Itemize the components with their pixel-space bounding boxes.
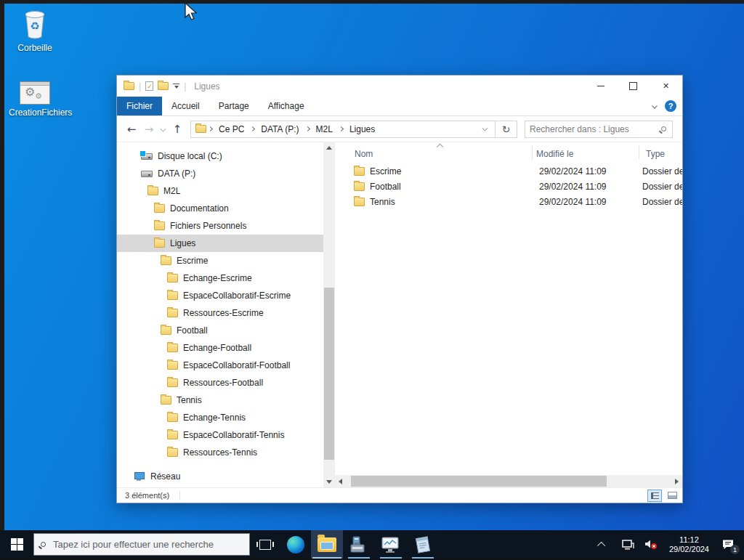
taskbar-app-system-monitor[interactable]: [375, 530, 407, 559]
taskbar-app-file-explorer[interactable]: [311, 530, 343, 559]
tree-item-fichiers-personnels[interactable]: Fichiers Personnels: [117, 217, 323, 235]
navigation-tree: Disque local (C:)DATA (P:)M2LDocumentati…: [117, 142, 323, 487]
address-dropdown-icon[interactable]: [482, 126, 488, 131]
tree-item-label: Documentation: [170, 203, 229, 214]
task-view-button[interactable]: [250, 530, 280, 559]
tree-item-label: Tennis: [177, 395, 202, 405]
horizontal-scrollbar[interactable]: [335, 475, 682, 487]
close-button[interactable]: [650, 76, 682, 97]
properties-icon[interactable]: [145, 81, 153, 91]
scroll-down-icon[interactable]: [323, 476, 335, 487]
recent-locations-icon[interactable]: [161, 126, 166, 132]
desktop-icon-creationfichiers[interactable]: ⚙ ⚙ CreationFichiers: [9, 77, 61, 118]
breadcrumb-segment-m2l[interactable]: M2L: [312, 124, 337, 134]
scrollbar-thumb[interactable]: [324, 288, 334, 460]
expand-ribbon-icon[interactable]: [652, 103, 658, 109]
taskbar-clock[interactable]: 11:12 29/02/2024: [663, 535, 715, 554]
file-row-tennis[interactable]: Tennis29/02/2024 11:09Dossier de fichier…: [335, 194, 682, 209]
folder-icon: [161, 396, 171, 405]
tree-item-documentation[interactable]: Documentation: [117, 200, 323, 217]
column-header-nom[interactable]: Nom: [355, 149, 373, 159]
up-button[interactable]: ↑: [170, 123, 185, 136]
windows-logo-icon: [11, 538, 23, 551]
tree-item-tennis[interactable]: Tennis: [117, 391, 323, 409]
breadcrumb-chevron-icon[interactable]: [305, 126, 310, 131]
breadcrumb-segment-data-p[interactable]: DATA (P:): [256, 124, 303, 134]
taskbar-search-input[interactable]: [53, 539, 243, 550]
refresh-button[interactable]: ↻: [496, 121, 517, 138]
screen-edge-left: [0, 0, 4, 530]
back-button[interactable]: ←: [124, 123, 139, 136]
scroll-left-icon[interactable]: [335, 475, 346, 487]
sort-ascending-icon: [437, 144, 444, 151]
help-icon[interactable]: ?: [665, 100, 676, 112]
file-row-escrime[interactable]: Escrime29/02/2024 11:09Dossier de fichie…: [335, 163, 682, 179]
start-button[interactable]: [0, 530, 33, 559]
tree-item-disque-local-c[interactable]: Disque local (C:): [117, 147, 323, 165]
customize-qat-arrow-icon[interactable]: [173, 84, 179, 89]
tree-item-label: EspaceCollaboratif-Tennis: [183, 430, 284, 440]
breadcrumb-segment-ce-pc[interactable]: Ce PC: [214, 124, 248, 134]
desktop-icon-corbeille[interactable]: ♻ Corbeille: [9, 7, 61, 53]
forward-button[interactable]: →: [142, 123, 156, 136]
system-tray: 11:12 29/02/2024 1: [589, 530, 744, 559]
tree-item-escrime[interactable]: Escrime: [117, 252, 323, 269]
tree-item-echange-football[interactable]: Echange-Football: [117, 339, 323, 357]
hidden-icons-button[interactable]: [589, 530, 616, 559]
tree-item-label: EspaceCollaboratif-Football: [183, 360, 290, 370]
thumbnails-view-button[interactable]: [665, 490, 679, 502]
breadcrumb: Ce PCDATA (P:)M2LLigues: [208, 124, 480, 134]
search-input[interactable]: [530, 124, 661, 134]
tree-item-espacecollaboratif-tennis[interactable]: EspaceCollaboratif-Tennis: [117, 426, 323, 444]
tree-item-espacecollaboratif-football[interactable]: EspaceCollaboratif-Football: [117, 357, 323, 374]
tab-accueil[interactable]: Accueil: [162, 97, 209, 115]
file-name: Football: [370, 182, 401, 192]
taskbar-search[interactable]: [33, 533, 250, 556]
search-box[interactable]: [525, 121, 673, 138]
network-tray-button[interactable]: [618, 530, 639, 559]
taskbar-app-server-manager[interactable]: [343, 530, 375, 559]
taskbar-app-notepad[interactable]: [407, 530, 439, 559]
file-explorer-icon: [318, 537, 336, 552]
tab-partage[interactable]: Partage: [209, 97, 259, 115]
tree-item-data-p[interactable]: DATA (P:): [117, 165, 323, 182]
edge-button[interactable]: [280, 530, 311, 559]
tab-affichage[interactable]: Affichage: [259, 97, 314, 115]
tree-item-r-seau[interactable]: Réseau: [117, 468, 323, 485]
column-header-type[interactable]: Type: [646, 149, 665, 159]
new-folder-icon[interactable]: [158, 82, 169, 90]
action-center-button[interactable]: 1: [716, 530, 740, 559]
tree-item-ressources-tennis[interactable]: Ressources-Tennis: [117, 444, 323, 461]
address-bar[interactable]: Ce PCDATA (P:)M2LLigues: [190, 121, 496, 138]
tree-item-ligues[interactable]: Ligues: [117, 235, 323, 252]
volume-tray-button[interactable]: [640, 530, 662, 559]
tree-item-label: Football: [177, 325, 208, 336]
tree-item-label: Ressources-Football: [183, 378, 263, 388]
tree-item-echange-escrime[interactable]: Echange-Escrime: [117, 269, 323, 287]
details-view-button[interactable]: [647, 490, 662, 502]
folder-icon: [354, 167, 365, 176]
tree-item-ressources-football[interactable]: Ressources-Football: [117, 374, 323, 391]
breadcrumb-segment-ligues[interactable]: Ligues: [345, 124, 379, 134]
chevron-up-icon: [597, 541, 605, 549]
maximize-button[interactable]: [617, 76, 650, 97]
tree-item-echange-tennis[interactable]: Echange-Tennis: [117, 409, 323, 426]
tree-item-label: Disque local (C:): [158, 151, 222, 161]
file-name: Tennis: [370, 197, 395, 207]
tree-item-espacecollaboratif-escrime[interactable]: EspaceCollaboratif-Escrime: [117, 287, 323, 304]
title-bar[interactable]: | | Ligues: [117, 76, 682, 97]
tree-item-ressources-escrime[interactable]: Ressources-Escrime: [117, 304, 323, 322]
tree-item-football[interactable]: Football: [117, 322, 323, 339]
file-row-football[interactable]: Football29/02/2024 11:09Dossier de fichi…: [335, 179, 682, 194]
scroll-up-icon[interactable]: [323, 142, 335, 153]
tree-item-m2l[interactable]: M2L: [117, 182, 323, 200]
breadcrumb-chevron-icon[interactable]: [250, 126, 255, 131]
scrollbar-thumb[interactable]: [351, 476, 607, 487]
tab-fichier[interactable]: Fichier: [117, 97, 162, 115]
tree-scrollbar[interactable]: [323, 142, 335, 487]
minimize-button[interactable]: [584, 76, 617, 97]
column-header-modifie[interactable]: Modifié le: [536, 149, 573, 159]
breadcrumb-chevron-icon[interactable]: [339, 126, 344, 131]
scroll-right-icon[interactable]: [671, 475, 682, 487]
breadcrumb-chevron-icon[interactable]: [208, 126, 213, 131]
